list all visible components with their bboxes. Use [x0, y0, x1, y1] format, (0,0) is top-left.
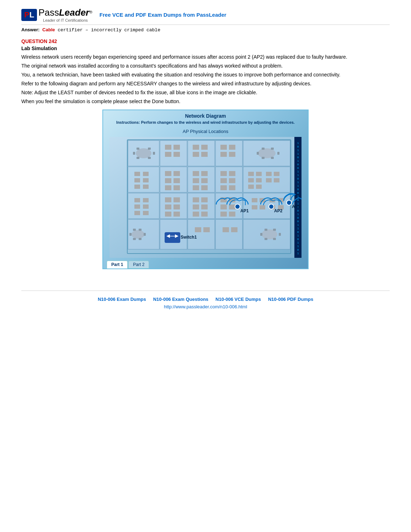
svg-rect-171 — [165, 232, 180, 243]
svg-rect-65 — [271, 157, 274, 159]
svg-rect-78 — [165, 185, 171, 190]
svg-rect-45 — [174, 145, 180, 150]
svg-rect-71 — [134, 185, 140, 189]
logo-leader: Leader — [59, 7, 89, 18]
svg-rect-99 — [248, 178, 254, 182]
answer-text: certifier – incorrectly crimped cable — [55, 27, 160, 33]
svg-rect-134 — [252, 198, 257, 202]
svg-rect-121 — [201, 197, 208, 202]
logo-text: PassLeader® Leader of IT Certifications — [38, 7, 92, 22]
floorplan-area: 1 0 1 1 0 1 0 0 1 1 0 1 1 0 0 1 0 1 1 0 … — [107, 137, 304, 258]
floorplan-svg: 1 0 1 1 0 1 0 0 1 1 0 1 1 0 0 1 0 1 1 0 … — [107, 137, 304, 258]
footer-url[interactable]: http://www.passleader.com/n10-006.html — [21, 304, 390, 309]
logo-registered: ® — [89, 10, 92, 14]
svg-text:1: 1 — [297, 227, 299, 230]
svg-rect-79 — [174, 185, 180, 190]
svg-rect-100 — [256, 178, 262, 182]
svg-text:0: 0 — [297, 167, 299, 170]
svg-rect-52 — [201, 152, 208, 157]
svg-rect-138 — [252, 205, 257, 209]
svg-rect-155 — [223, 227, 229, 232]
svg-rect-153 — [203, 227, 210, 232]
svg-rect-81 — [193, 171, 199, 176]
svg-text:AP2: AP2 — [274, 208, 283, 213]
svg-text:1: 1 — [297, 252, 299, 255]
svg-rect-130 — [229, 204, 235, 209]
svg-text:AP1: AP1 — [240, 208, 249, 213]
svg-rect-67 — [134, 172, 140, 176]
logo-passleader-text: PassLeader® — [38, 7, 92, 18]
svg-rect-63 — [277, 152, 279, 155]
svg-text:AP3: AP3 — [292, 204, 300, 209]
svg-text:0: 0 — [297, 249, 299, 251]
logo: PL PassLeader® Leader of IT Certificatio… — [21, 7, 92, 22]
svg-rect-57 — [229, 152, 235, 157]
svg-rect-139 — [260, 205, 265, 209]
svg-rect-72 — [143, 185, 149, 189]
tab-part1[interactable]: Part 1 — [107, 261, 128, 268]
svg-rect-46 — [165, 152, 171, 157]
svg-rect-122 — [193, 204, 199, 209]
question-para-2: The original network was installed accor… — [21, 62, 390, 70]
svg-text:Switch1: Switch1 — [181, 235, 197, 240]
svg-rect-102 — [274, 178, 279, 182]
svg-rect-68 — [143, 172, 149, 176]
svg-rect-64 — [262, 157, 265, 159]
svg-rect-108 — [134, 204, 140, 209]
svg-rect-86 — [201, 185, 208, 190]
svg-rect-93 — [229, 185, 235, 190]
svg-rect-97 — [266, 172, 272, 176]
svg-rect-83 — [193, 178, 199, 183]
svg-text:0: 0 — [297, 238, 299, 241]
svg-text:0: 0 — [297, 231, 299, 234]
footer-link-exam-dumps[interactable]: N10-006 Exam Dumps — [98, 297, 146, 302]
logo-pass: Pass — [38, 7, 59, 18]
svg-text:1: 1 — [297, 181, 299, 184]
svg-point-36 — [136, 148, 151, 158]
svg-text:1: 1 — [297, 153, 299, 155]
svg-rect-132 — [229, 212, 235, 217]
question-para-3: You, a network technician, have been tas… — [21, 71, 390, 79]
svg-rect-98 — [274, 172, 279, 176]
svg-text:0: 0 — [297, 188, 299, 191]
svg-rect-38 — [148, 148, 151, 150]
svg-rect-60 — [262, 148, 265, 150]
svg-rect-129 — [220, 204, 227, 209]
svg-rect-113 — [165, 197, 171, 202]
question-para-4: Refer to the following diagram and perfo… — [21, 80, 390, 87]
svg-rect-82 — [201, 171, 208, 176]
svg-text:1: 1 — [297, 241, 299, 244]
header-tagline: Free VCE and PDF Exam Dumps from PassLea… — [100, 12, 226, 18]
question-type: Lab Simulation — [21, 46, 390, 51]
svg-rect-50 — [201, 145, 208, 150]
svg-rect-90 — [220, 178, 227, 183]
svg-rect-62 — [257, 152, 259, 155]
svg-rect-70 — [143, 178, 149, 182]
svg-rect-106 — [134, 198, 140, 202]
footer-link-exam-questions[interactable]: N10-006 Exam Questions — [153, 297, 208, 302]
header: PL PassLeader® Leader of IT Certificatio… — [21, 7, 390, 25]
logo-pl-badge: PL — [21, 9, 37, 21]
footer-link-vce-dumps[interactable]: N10-006 VCE Dumps — [215, 297, 261, 302]
svg-rect-40 — [153, 152, 155, 155]
svg-rect-151 — [188, 219, 215, 249]
logo-l-letter: L — [30, 10, 34, 19]
svg-text:0: 0 — [297, 163, 299, 166]
footer-link-pdf-dumps[interactable]: N10-006 PDF Dumps — [268, 297, 313, 302]
svg-rect-88 — [220, 171, 227, 176]
svg-rect-74 — [165, 171, 171, 176]
svg-rect-110 — [134, 211, 140, 215]
svg-rect-89 — [229, 171, 235, 176]
svg-rect-69 — [134, 178, 140, 182]
footer-links: N10-006 Exam Dumps N10-006 Exam Question… — [21, 297, 390, 302]
svg-text:1: 1 — [297, 234, 299, 237]
svg-rect-159 — [265, 229, 267, 231]
tab-part2[interactable]: Part 2 — [128, 261, 149, 268]
answer-label: Answer: — [21, 27, 39, 32]
svg-rect-160 — [273, 229, 276, 231]
svg-rect-146 — [129, 233, 132, 236]
svg-rect-149 — [139, 238, 142, 240]
question-para-5: Note: Adjust the LEAST number of devices… — [21, 89, 390, 96]
svg-text:0: 0 — [297, 145, 299, 148]
svg-text:1: 1 — [297, 170, 299, 173]
